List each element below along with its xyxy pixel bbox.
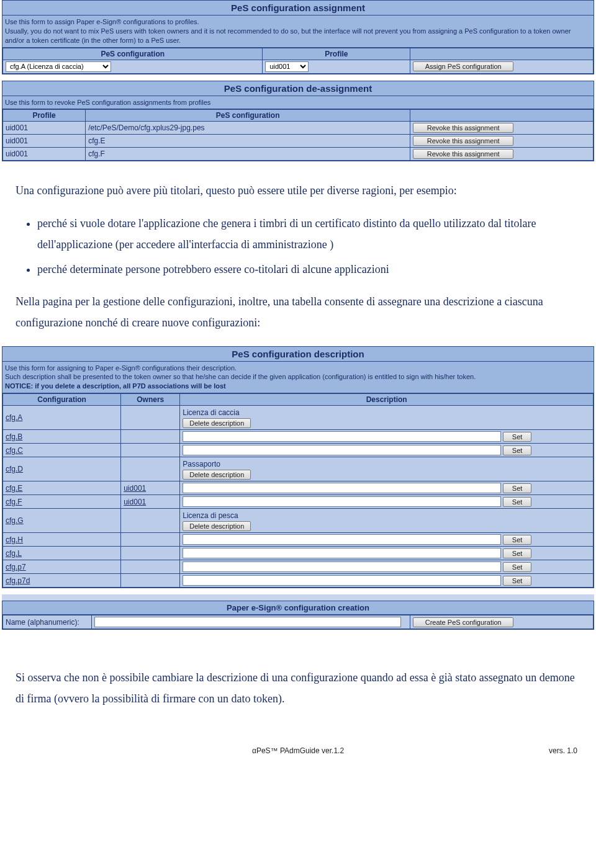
desc-owners-cell: uid001 (121, 481, 180, 495)
set-button[interactable]: Set (503, 548, 532, 558)
desc-config-cell: cfg.E (3, 481, 121, 495)
desc-intro-l3: NOTICE: if you delete a description, all… (5, 382, 226, 390)
table-row: cfg.Fuid001 Set (3, 495, 594, 509)
set-button[interactable]: Set (503, 432, 532, 442)
desc-config-cell: cfg.p7 (3, 560, 121, 574)
desc-owners-cell: uid001 (121, 495, 180, 509)
assign-col-action (410, 48, 594, 60)
assignment-table: PeS configuration Profile cfg.A (Licenza… (2, 48, 594, 74)
desc-input[interactable] (183, 548, 500, 558)
set-button[interactable]: Set (503, 535, 532, 545)
desc-col-desc: Description (180, 394, 594, 406)
desc-input[interactable] (183, 562, 500, 572)
desc-desc-cell: Set (180, 533, 594, 547)
config-link[interactable]: cfg.B (6, 432, 22, 441)
set-button[interactable]: Set (503, 483, 532, 493)
deassign-config-cell: cfg.E (86, 135, 410, 148)
owner-link[interactable]: uid001 (124, 498, 146, 506)
desc-value: Licenza di pesca (183, 510, 590, 521)
config-link[interactable]: cfg.L (6, 549, 22, 558)
deassign-profile-cell: uid001 (3, 122, 86, 135)
description-panel: PeS configuration description Use this f… (2, 346, 594, 589)
table-row: cfg.C Set (3, 444, 594, 457)
desc-input[interactable] (183, 445, 500, 455)
deassign-profile-cell: uid001 (3, 135, 86, 148)
config-link[interactable]: cfg.C (6, 446, 23, 455)
delete-desc-button[interactable]: Delete description (183, 418, 251, 428)
set-button[interactable]: Set (503, 576, 532, 586)
desc-owners-cell (121, 457, 180, 481)
table-row: cfg.GLicenza di pescaDelete description (3, 509, 594, 533)
desc-owners-cell (121, 574, 180, 588)
deassignment-title: PeS configuration de-assignment (2, 81, 594, 96)
prose1-p1: Una configurazione può avere più titolar… (16, 180, 580, 201)
spacer (2, 594, 594, 601)
set-button[interactable]: Set (503, 497, 532, 507)
deassign-profile-cell: uid001 (3, 148, 86, 161)
deassign-col-config: PeS configuration (86, 110, 410, 122)
delete-desc-button[interactable]: Delete description (183, 521, 251, 531)
desc-input[interactable] (183, 534, 500, 545)
config-link[interactable]: cfg.F (6, 498, 22, 506)
table-row: uid001cfg.FRevoke this assignment (3, 148, 594, 161)
desc-input[interactable] (183, 496, 500, 507)
deassignment-table: Profile PeS configuration uid001/etc/PeS… (2, 109, 594, 161)
config-link[interactable]: cfg.E (6, 484, 22, 493)
desc-input[interactable] (183, 483, 500, 493)
owner-link[interactable]: uid001 (124, 484, 146, 493)
config-link[interactable]: cfg.p7d (6, 576, 30, 585)
set-button[interactable]: Set (503, 562, 532, 572)
prose1-bullet-2: perché determinate persone potrebbero es… (37, 259, 580, 280)
config-link[interactable]: cfg.p7 (6, 563, 26, 571)
desc-desc-cell: Licenza di cacciaDelete description (180, 406, 594, 430)
creation-label: Name (alphanumeric): (3, 615, 92, 629)
revoke-button[interactable]: Revoke this assignment (413, 136, 513, 146)
table-row: uid001/etc/PeS/Demo/cfg.xplus29-jpg.pesR… (3, 122, 594, 135)
table-row: cfg.Euid001 Set (3, 481, 594, 495)
prose-block-2: Si osserva che non è possibile cambiare … (16, 667, 580, 709)
desc-desc-cell: Set (180, 560, 594, 574)
assign-config-select[interactable]: cfg.A (Licenza di caccia) (6, 61, 111, 72)
desc-config-cell: cfg.D (3, 457, 121, 481)
revoke-button[interactable]: Revoke this assignment (413, 149, 513, 159)
assign-col-profile: Profile (263, 48, 410, 60)
desc-config-cell: cfg.H (3, 533, 121, 547)
desc-config-cell: cfg.L (3, 547, 121, 560)
revoke-button[interactable]: Revoke this assignment (413, 123, 513, 133)
assignment-panel: PeS configuration assignment Use this fo… (2, 0, 594, 74)
description-intro: Use this form for assigning to Paper e-S… (2, 362, 594, 394)
desc-config-cell: cfg.F (3, 495, 121, 509)
set-button[interactable]: Set (503, 445, 532, 455)
prose-block-1: Una configurazione può avere più titolar… (16, 180, 580, 333)
deassign-config-cell: /etc/PeS/Demo/cfg.xplus29-jpg.pes (86, 122, 410, 135)
desc-intro-l2: Such description shall be presented to t… (5, 373, 476, 380)
assign-profile-select[interactable]: uid001 (265, 61, 309, 72)
config-link[interactable]: cfg.A (6, 413, 22, 422)
desc-owners-cell (121, 547, 180, 560)
desc-owners-cell (121, 533, 180, 547)
footer-right: vers. 1.0 (549, 746, 577, 755)
prose1-p2: Nella pagina per la gestione delle confi… (16, 291, 580, 333)
table-row: uid001cfg.ERevoke this assignment (3, 135, 594, 148)
creation-name-input[interactable] (94, 617, 401, 627)
desc-desc-cell: Set (180, 430, 594, 444)
assign-button[interactable]: Assign PeS configuration (413, 61, 513, 71)
desc-config-cell: cfg.C (3, 444, 121, 457)
table-row: cfg.p7d Set (3, 574, 594, 588)
desc-input[interactable] (183, 431, 500, 442)
deassignment-panel: PeS configuration de-assignment Use this… (2, 81, 594, 162)
desc-desc-cell: Set (180, 495, 594, 509)
page-footer: αPeS™ PAdmGuide ver.1.2 vers. 1.0 (0, 746, 596, 767)
delete-desc-button[interactable]: Delete description (183, 470, 251, 480)
config-link[interactable]: cfg.H (6, 535, 23, 544)
desc-col-owners: Owners (121, 394, 180, 406)
table-row: cfg.p7 Set (3, 560, 594, 574)
desc-col-config: Configuration (3, 394, 121, 406)
config-link[interactable]: cfg.D (6, 465, 23, 473)
desc-value: Licenza di caccia (183, 407, 590, 418)
desc-input[interactable] (183, 575, 500, 586)
create-button[interactable]: Create PeS configuration (413, 617, 513, 627)
desc-desc-cell: PassaportoDelete description (180, 457, 594, 481)
config-link[interactable]: cfg.G (6, 516, 24, 525)
assignment-title: PeS configuration assignment (2, 1, 594, 16)
